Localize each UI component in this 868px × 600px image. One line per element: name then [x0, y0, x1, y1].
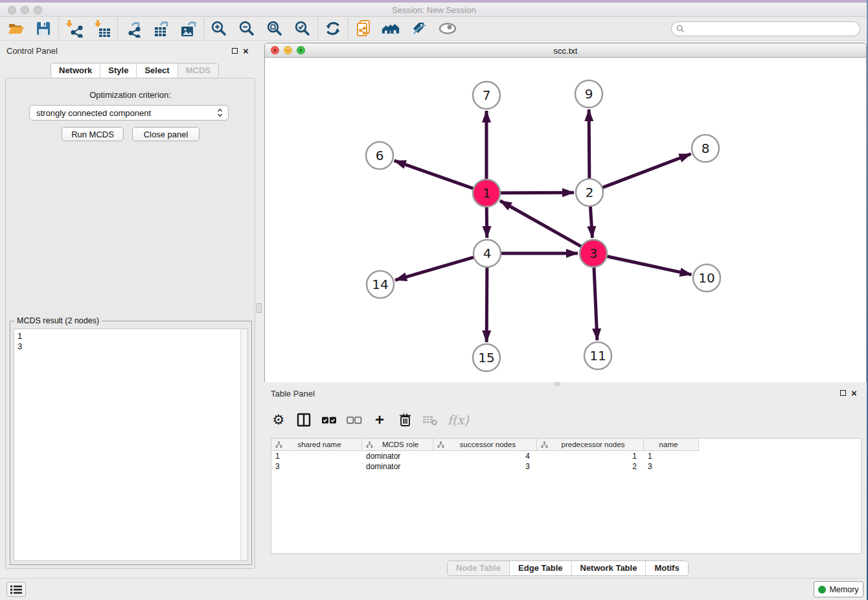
optimization-criterion-label: Optimization criterion: [6, 90, 255, 100]
open-folder-icon[interactable] [6, 19, 26, 38]
tag-slash-icon[interactable] [409, 19, 429, 38]
refresh-icon[interactable] [323, 19, 343, 38]
criterion-dropdown[interactable]: strongly connected component [29, 105, 229, 121]
checked-boxes-icon[interactable] [321, 411, 337, 429]
svg-text:15: 15 [478, 350, 494, 365]
add-column-icon[interactable]: + [372, 411, 387, 429]
split-columns-icon[interactable] [296, 411, 312, 429]
node-2[interactable]: 2 [576, 179, 603, 206]
mcds-result-textarea[interactable]: 1 3 [14, 329, 248, 561]
svg-text:6: 6 [376, 148, 384, 163]
network-view-window: × − + scc.txt 7968124314101511 [264, 43, 867, 382]
edge-1-2[interactable] [500, 192, 574, 193]
unchecked-boxes-icon[interactable] [347, 411, 362, 429]
toolbar-separator [203, 19, 204, 38]
horizontal-splitter-grip[interactable] [554, 382, 560, 386]
tab-network-table[interactable]: Network Table [572, 561, 646, 575]
cell-predecessor-nodes[interactable]: 1 [537, 451, 644, 461]
svg-text:7: 7 [483, 87, 491, 103]
eye-icon[interactable] [438, 19, 457, 38]
cell-mcds-role[interactable]: dominator [362, 461, 433, 472]
result-line: 3 [17, 341, 244, 352]
network-canvas[interactable]: 7968124314101511 [265, 58, 866, 382]
cell-name[interactable]: 3 [644, 461, 699, 472]
vertical-splitter-grip[interactable] [257, 303, 262, 313]
save-floppy-icon[interactable] [34, 19, 53, 38]
node-14[interactable]: 14 [367, 271, 394, 298]
result-scrollbar[interactable] [240, 329, 247, 560]
table-header-row: shared name MCDS role successor nodes pr… [271, 439, 861, 451]
edge-4-15[interactable] [486, 267, 487, 342]
search-field[interactable] [671, 21, 860, 36]
cell-name[interactable]: 1 [644, 451, 699, 461]
cell-predecessor-nodes[interactable]: 2 [537, 461, 644, 472]
edge-1-4[interactable] [486, 207, 487, 238]
edge-1-6[interactable] [394, 161, 474, 189]
homes-icon[interactable] [381, 19, 400, 38]
gear-icon[interactable]: ⚙ [271, 411, 286, 429]
network-window-titlebar[interactable]: × − + scc.txt [265, 43, 866, 58]
tab-select[interactable]: Select [137, 63, 177, 78]
zoom-fit-icon[interactable] [265, 19, 284, 38]
zoom-in-icon[interactable] [209, 19, 229, 38]
tab-mcds[interactable]: MCDS [178, 63, 218, 78]
search-input[interactable] [687, 23, 860, 35]
column-header-mcds-role[interactable]: MCDS role [362, 439, 433, 451]
node-9[interactable]: 9 [575, 80, 602, 108]
node-15[interactable]: 15 [473, 344, 500, 371]
column-header-predecessor-nodes[interactable]: predecessor nodes [537, 439, 644, 451]
edge-3-10[interactable] [607, 256, 692, 274]
cell-shared-name[interactable]: 3 [271, 461, 362, 472]
close-table-panel-icon[interactable]: × [851, 390, 857, 396]
svg-text:8: 8 [702, 141, 710, 156]
zoom-selected-icon[interactable] [293, 19, 312, 38]
edge-2-3[interactable] [590, 206, 592, 238]
tab-motifs[interactable]: Motifs [646, 561, 687, 575]
trash-icon[interactable] [397, 411, 413, 429]
column-header-successor-nodes[interactable]: successor nodes [433, 439, 537, 451]
run-mcds-button[interactable]: Run MCDS [62, 127, 124, 141]
task-history-button[interactable] [6, 582, 26, 597]
tab-node-table[interactable]: Node Table [448, 561, 510, 575]
import-table-icon[interactable] [93, 19, 112, 38]
node-6[interactable]: 6 [366, 142, 393, 169]
node-10[interactable]: 10 [693, 264, 720, 292]
toolbar-separator [58, 19, 59, 38]
export-network-icon[interactable] [123, 19, 143, 38]
tab-network[interactable]: Network [51, 63, 100, 78]
tab-edge-table[interactable]: Edge Table [510, 561, 571, 575]
mcds-result-title: MCDS result (2 nodes) [14, 316, 102, 325]
import-network-icon[interactable] [64, 19, 84, 38]
cell-successor-nodes[interactable]: 4 [433, 451, 537, 461]
close-panel-icon[interactable]: × [243, 48, 249, 54]
search-icon [676, 25, 685, 33]
tab-style[interactable]: Style [100, 63, 137, 78]
edge-3-1[interactable] [500, 201, 582, 247]
close-panel-button[interactable]: Close panel [132, 127, 200, 141]
float-panel-icon[interactable] [232, 48, 238, 54]
cell-mcds-role[interactable]: dominator [362, 451, 433, 461]
edge-2-8[interactable] [602, 154, 691, 188]
export-image-icon[interactable] [179, 19, 198, 38]
cell-successor-nodes[interactable]: 3 [433, 461, 537, 472]
column-header-shared-name[interactable]: shared name [271, 439, 362, 451]
edge-3-11[interactable] [594, 267, 597, 340]
float-table-panel-icon[interactable] [840, 390, 846, 396]
table-row[interactable]: 1 dominator 4 1 1 [271, 451, 861, 461]
column-header-name[interactable]: name [644, 439, 699, 451]
export-table-icon[interactable] [152, 19, 171, 38]
node-4[interactable]: 4 [474, 240, 501, 267]
node-11[interactable]: 11 [584, 342, 611, 369]
node-8[interactable]: 8 [692, 135, 719, 162]
zoom-out-icon[interactable] [237, 19, 257, 38]
svg-text:2: 2 [586, 185, 594, 200]
cell-shared-name[interactable]: 1 [271, 451, 362, 461]
node-1[interactable]: 1 [473, 179, 500, 207]
memory-button[interactable]: Memory [814, 581, 863, 597]
node-7[interactable]: 7 [473, 82, 500, 109]
edge-2-9[interactable] [589, 110, 589, 179]
node-3[interactable]: 3 [580, 240, 607, 267]
annotation-document-icon[interactable] [354, 19, 373, 38]
edge-4-14[interactable] [395, 257, 474, 280]
table-row[interactable]: 3 dominator 3 2 3 [271, 461, 861, 472]
